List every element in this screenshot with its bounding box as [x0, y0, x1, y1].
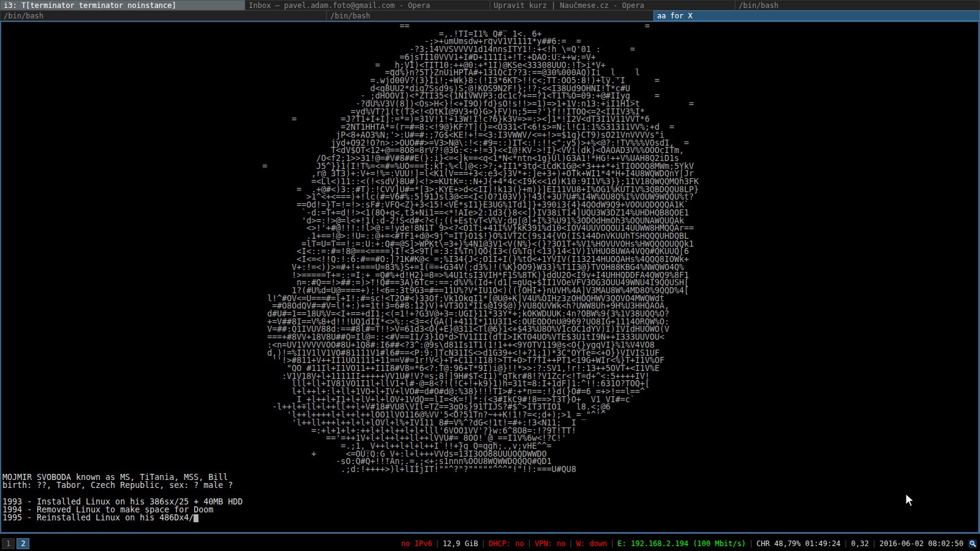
status-item-1: no IPv6	[401, 539, 432, 548]
mouse-pointer	[905, 493, 916, 508]
status-separator: |	[478, 539, 488, 548]
i3bar: 12 no IPv6|12,9 GiB|DHCP: no|VPN: no|W: …	[0, 536, 980, 551]
titlebar-tab-outer-4[interactable]: /bin/bash	[735, 0, 980, 10]
titlebar-row-outer: i3: T[terminator terminator noinstance]I…	[0, 0, 980, 10]
titlebar-tab-outer-2[interactable]: Inbox — pavel.adam.foto@gmail.com - Oper…	[245, 0, 490, 10]
status-item-8: 0,32	[851, 539, 869, 548]
magnifier-icon[interactable]	[968, 539, 977, 548]
ascii-art-portrait: == _ = =,.!TI=I1%_Q#._1<._6+	[2, 23, 699, 474]
status-separator: |	[746, 539, 756, 548]
status-item-3: DHCP: no	[489, 539, 524, 548]
status-list: no IPv6|12,9 GiB|DHCP: no|VPN: no|W: dow…	[401, 539, 980, 548]
status-item-5: W: down	[576, 539, 608, 548]
workspace-list: 12	[2, 538, 29, 549]
bio-text: MOJMIR SVOBODA known as MS, TiTania, MSS…	[2, 473, 243, 522]
workspace-button-2[interactable]: 2	[17, 538, 29, 549]
status-item-2: 12,9 GiB	[443, 539, 478, 548]
workspace-button-1[interactable]: 1	[2, 538, 15, 549]
status-separator: |	[607, 539, 617, 548]
terminal-window[interactable]: == _ = =,.!TI=I1%_Q#._1<._6+	[0, 22, 980, 534]
status-items: no IPv6|12,9 GiB|DHCP: no|VPN: no|W: dow…	[401, 539, 963, 548]
status-item-6: E: 192.168.2.194 (100 Mbit/s)	[617, 539, 746, 548]
titlebar-tab-inner-2[interactable]: /bin/bash	[326, 10, 653, 21]
titlebar-tab-outer-3[interactable]: Upravit kurz | Naučmese.cz - Opera	[490, 0, 735, 10]
titlebar-tab-inner-3[interactable]: aa for X	[654, 10, 980, 21]
status-separator: |	[524, 539, 534, 548]
status-separator: |	[565, 539, 576, 548]
titlebar-row-inner: /bin/bash/bin/bashaa for X	[0, 10, 980, 21]
status-separator: |	[432, 539, 442, 548]
status-separator: |	[840, 539, 851, 548]
status-item-9: 2016-06-02 08:02:50	[880, 539, 963, 548]
desktop: { "titlebars": { "row1": [ {"label": "i3…	[0, 0, 980, 551]
titlebar-tab-inner-1[interactable]: /bin/bash	[0, 10, 326, 21]
status-separator: |	[869, 539, 879, 548]
status-item-4: VPN: no	[535, 539, 566, 548]
terminal-cursor	[194, 514, 198, 522]
status-item-7: CHR 48,79% 01:49:24	[756, 539, 840, 548]
titlebar-tab-outer-1[interactable]: i3: T[terminator terminator noinstance]	[0, 0, 245, 10]
